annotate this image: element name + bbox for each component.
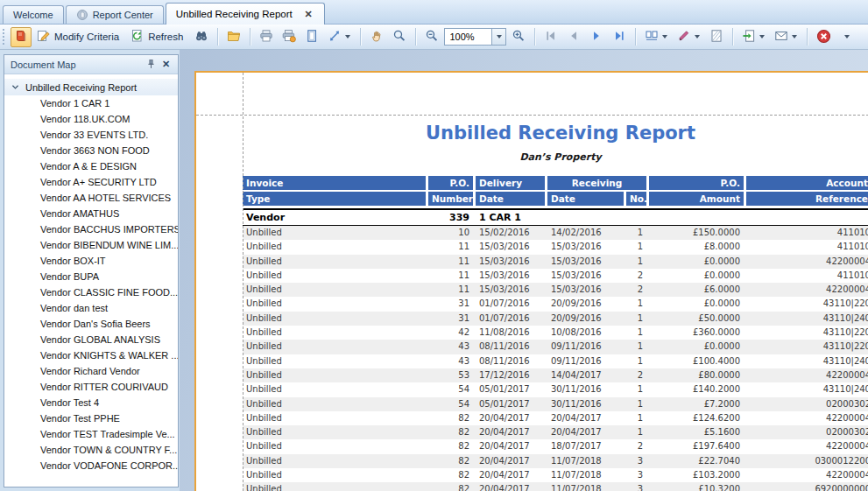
report-preview-surface[interactable]: Unbilled Receiving Report Dan’s Property… <box>180 50 868 491</box>
cell-receiving-date: 18/07/2017 <box>547 439 624 453</box>
tree-item-vendor[interactable]: Vendor VODAFONE CORPOR... <box>4 458 178 473</box>
toolbar-separator <box>250 28 251 46</box>
tree-item-vendor[interactable]: Vendor AMATHUS <box>4 206 178 221</box>
report-rows: Unbilled 10 15/02/2016 14/02/2016 1 £150… <box>243 226 868 491</box>
highlight-button[interactable] <box>674 27 704 47</box>
first-page-button[interactable] <box>540 27 561 47</box>
export-dropdown-icon[interactable] <box>759 35 765 39</box>
tree-item-vendor[interactable]: Vendor AA HOTEL SERVICES <box>4 190 178 206</box>
zoom-input[interactable]: 100% <box>444 28 492 46</box>
cell-delivery-date: 20/04/2017 <box>476 411 545 425</box>
cell-po-amount: £22.7040 <box>649 454 744 468</box>
highlight-dropdown-icon[interactable] <box>695 35 700 39</box>
group-label: Vendor <box>243 210 426 225</box>
col-po: P.O. <box>428 176 473 190</box>
next-page-icon <box>589 29 603 45</box>
zoom-dropdown-button[interactable] <box>492 28 506 46</box>
cell-receiving-no: 1 <box>626 397 646 411</box>
find-button[interactable] <box>191 27 212 47</box>
tree-item-vendor[interactable]: Vendor RITTER COURIVAUD <box>4 379 178 395</box>
last-page-button[interactable] <box>609 27 630 47</box>
cell-po-amount: £8.0000 <box>649 240 744 254</box>
page-setup-button[interactable] <box>301 27 322 47</box>
hand-tool-button[interactable] <box>366 27 387 47</box>
cell-po-number: 82 <box>428 468 473 482</box>
tab-report-center[interactable]: Report Center <box>66 5 164 24</box>
page-setup-icon <box>305 29 319 45</box>
multiple-pages-button[interactable] <box>641 27 672 47</box>
table-row: Unbilled 31 01/07/2016 20/09/2016 1 £0.0… <box>243 297 868 311</box>
report-page: Unbilled Receiving Report Dan’s Property… <box>194 71 868 491</box>
cell-invoice-type: Unbilled <box>243 269 426 283</box>
tree-item-vendor[interactable]: Vendor A & E DESIGN <box>4 158 178 174</box>
zoom-in-icon <box>512 29 526 45</box>
cell-account-reference: 411010 <box>746 240 868 254</box>
report-subtitle: Dan’s Property <box>243 151 868 163</box>
email-button[interactable] <box>771 27 801 47</box>
toolbar-separator <box>534 28 535 46</box>
tree-item-vendor[interactable]: Vendor KNIGHTS & WALKER ... <box>4 347 178 363</box>
scale-dropdown-icon[interactable] <box>345 35 350 39</box>
cell-invoice-type: Unbilled <box>243 326 426 340</box>
tab-active-label: Unbilled Receiving Report <box>176 9 293 19</box>
modify-criteria-icon <box>37 29 51 45</box>
refresh-icon <box>131 29 145 45</box>
chevron-down-icon[interactable] <box>11 82 20 92</box>
modify-criteria-button[interactable]: Modify Criteria <box>33 27 125 47</box>
watermark-button[interactable] <box>706 27 727 47</box>
scale-button[interactable] <box>324 27 355 47</box>
next-page-button[interactable] <box>586 27 607 47</box>
tree-item-vendor[interactable]: Vendor BIBENDUM WINE LIM... <box>4 237 178 253</box>
tree-item-vendor[interactable]: Vendor 33 EVENTS LTD. <box>4 127 178 143</box>
cell-invoice-type: Unbilled <box>243 454 426 468</box>
tree-item-vendor[interactable]: Vendor 1 CAR 1 <box>4 95 178 111</box>
cell-po-number: 31 <box>428 312 473 326</box>
tree-item-vendor[interactable]: Vendor TEST Tradesimple Ve... <box>4 426 178 442</box>
cell-delivery-date: 05/01/2017 <box>476 382 545 396</box>
pin-icon[interactable] <box>144 57 159 72</box>
tree-item-vendor[interactable]: Vendor Dan's Sofia Beers <box>4 316 178 332</box>
tree-item-vendor[interactable]: Vendor Test PPHE <box>4 410 178 426</box>
document-map-toggle-button[interactable] <box>11 27 32 47</box>
report-title: Unbilled Receiving Report <box>243 123 868 144</box>
toolbar-overflow-button[interactable] <box>836 27 857 47</box>
tab-unbilled-receiving-report[interactable]: Unbilled Receiving Report ✕ <box>166 3 325 25</box>
tab-welcome[interactable]: Welcome <box>3 5 64 24</box>
zoom-out-button[interactable] <box>421 27 442 47</box>
multiple-pages-dropdown-icon[interactable] <box>662 35 667 39</box>
previous-page-button[interactable] <box>563 27 584 47</box>
tree-item-vendor[interactable]: Vendor BOX-IT <box>4 253 178 269</box>
tree-item-vendor[interactable]: Vendor 3663 NON FOOD <box>4 143 178 158</box>
tree-item-vendor[interactable]: Vendor A+ SECURITY LTD <box>4 174 178 190</box>
magnifier-button[interactable] <box>389 27 410 47</box>
export-button[interactable] <box>738 27 769 47</box>
tree-item-vendor[interactable]: Vendor 118.UK.COM <box>4 111 178 127</box>
tree-root-unbilled-receiving-report[interactable]: Unbilled Receiving Report <box>4 79 178 95</box>
cell-receiving-date: 30/11/2016 <box>547 397 624 411</box>
email-dropdown-icon[interactable] <box>792 35 797 39</box>
tab-close-icon[interactable]: ✕ <box>303 9 314 20</box>
close-preview-button[interactable] <box>813 27 835 47</box>
tree-item-vendor[interactable]: Vendor Richard Vendor <box>4 363 178 379</box>
tree-item-vendor[interactable]: Vendor CLASSIC FINE FOOD... <box>4 284 178 300</box>
refresh-button[interactable]: Refresh <box>127 27 189 47</box>
zoom-in-button[interactable] <box>508 27 529 47</box>
tree-item-vendor[interactable]: Vendor BACCHUS IMPORTERS <box>4 221 178 237</box>
tree-item-vendor[interactable]: Vendor BUPA <box>4 269 178 284</box>
table-row: Unbilled 42 11/08/2016 10/08/2016 1 £360… <box>243 326 868 340</box>
cell-account-reference: 43110|220 <box>746 326 868 340</box>
tree-item-vendor[interactable]: Vendor GLOBAL ANALYSIS <box>4 332 178 347</box>
cell-invoice-type: Unbilled <box>243 354 426 368</box>
quick-print-button[interactable] <box>279 27 300 47</box>
page-margin-guide-horizontal <box>196 115 868 116</box>
print-button[interactable] <box>256 27 277 47</box>
open-folder-button[interactable] <box>223 27 244 47</box>
cell-delivery-date: 05/01/2017 <box>476 397 545 411</box>
tree-item-vendor[interactable]: Vendor Test 4 <box>4 395 178 410</box>
tree-item-vendor[interactable]: Vendor dan test <box>4 300 178 316</box>
document-map-close-icon[interactable]: ✕ <box>159 57 173 72</box>
toolbar-grip[interactable] <box>3 29 6 45</box>
tree-item-vendor[interactable]: Vendor TOWN & COUNTRY F... <box>4 442 178 458</box>
cell-delivery-date: 15/03/2016 <box>476 269 545 283</box>
document-map-panel: Document Map ✕ Unbilled Receiving Report… <box>4 54 179 487</box>
